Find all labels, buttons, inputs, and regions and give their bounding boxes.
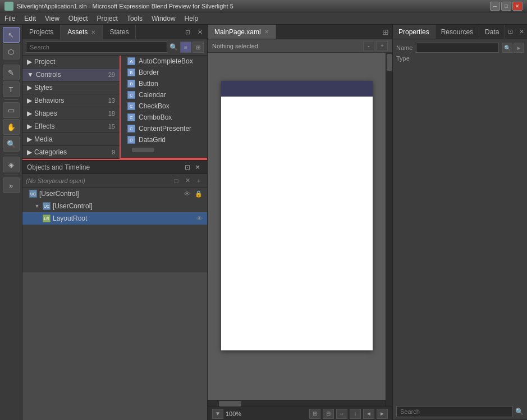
tab-data[interactable]: Data — [479, 25, 505, 39]
menu-object[interactable]: Object — [64, 12, 93, 24]
canvas-vscrollbar[interactable] — [386, 53, 392, 407]
canvas-hscroll-thumb[interactable] — [219, 401, 241, 407]
name-property-row: Name 🔍 ► — [396, 43, 524, 53]
visibility-icon[interactable]: 👁 — [184, 190, 190, 197]
menu-file[interactable]: File — [0, 12, 20, 24]
list-item[interactable]: C Calendar — [121, 89, 207, 101]
list-item[interactable]: B Button — [121, 78, 207, 89]
pen-tool-button[interactable]: ✎ — [3, 65, 20, 80]
right-panel-tabs: Properties Resources Data ⊡ ✕ — [393, 25, 527, 39]
list-item[interactable]: C ComboBox — [121, 112, 207, 123]
zoom-dropdown-btn[interactable]: ▼ — [212, 409, 223, 419]
text-tool-button[interactable]: T — [3, 81, 20, 97]
list-item[interactable]: D DataGrid — [121, 134, 207, 145]
category-media-header[interactable]: ▶ Media — [22, 133, 120, 145]
storyboard-add-btn[interactable]: + — [194, 176, 204, 186]
tab-projects[interactable]: Projects — [22, 25, 61, 39]
design-surface[interactable] — [221, 81, 373, 350]
panel-float-button[interactable]: ⊡ — [182, 27, 193, 37]
menu-edit[interactable]: Edit — [20, 12, 40, 24]
canvas-zoom-out-btn[interactable]: - — [363, 41, 374, 51]
right-panel-float-btn[interactable]: ⊡ — [505, 27, 515, 37]
fit-height-btn[interactable]: ↕ — [350, 409, 361, 419]
canvas-surface — [208, 53, 386, 400]
control-icon: B — [127, 69, 135, 76]
tab-states[interactable]: States — [103, 25, 136, 39]
menu-window[interactable]: Window — [147, 12, 180, 24]
canvas-vscroll-thumb[interactable] — [387, 54, 392, 71]
menu-project[interactable]: Project — [93, 12, 122, 24]
category-styles-header[interactable]: ▶ Styles — [22, 81, 120, 94]
shape-tool-button[interactable]: ▭ — [3, 102, 20, 118]
category-behaviors-header[interactable]: ▶ Behaviors 13 — [22, 94, 120, 107]
canvas-tab-close-icon[interactable]: ✕ — [264, 29, 269, 35]
item-label: Calendar — [139, 91, 166, 99]
fit-width-btn[interactable]: ↔ — [336, 409, 347, 419]
item-label: Button — [139, 80, 158, 88]
category-shapes-header[interactable]: ▶ Shapes 18 — [22, 107, 120, 120]
subselect-tool-button[interactable]: ⬡ — [3, 44, 20, 60]
properties-search-input[interactable] — [396, 406, 513, 417]
list-item[interactable]: A AutoCompleteBox — [121, 56, 207, 67]
panel-close-button[interactable]: ✕ — [195, 27, 205, 37]
layoutroot-icon: LR — [43, 214, 51, 222]
lock-icon[interactable]: 🔒 — [195, 190, 203, 198]
list-view-button[interactable]: ≡ — [180, 42, 191, 53]
name-input[interactable] — [416, 43, 499, 53]
canvas-zoom-in-btn[interactable]: + — [377, 41, 388, 51]
next-btn[interactable]: ► — [377, 409, 388, 419]
category-categories-header[interactable]: ▶ Categories 9 — [22, 146, 120, 158]
category-project: ▶ Project — [22, 56, 120, 69]
select-tool-button[interactable]: ↖ — [3, 27, 20, 43]
search-icon[interactable]: 🔍 — [169, 43, 178, 51]
layoutroot-visibility-icon[interactable]: 👁 — [196, 215, 203, 222]
prev-btn[interactable]: ◄ — [363, 409, 374, 419]
list-item[interactable]: B Border — [121, 67, 207, 78]
category-project-label: Project — [34, 58, 55, 66]
objects-timeline-panel: Objects and Timeline ⊡ ✕ (No Storyboard … — [22, 160, 207, 272]
maximize-button[interactable]: □ — [501, 2, 511, 11]
canvas-pin-icon[interactable]: ⊞ — [382, 28, 389, 36]
name-search-icon-btn[interactable]: 🔍 — [502, 43, 512, 53]
pan-tool-button[interactable]: ✋ — [3, 119, 20, 135]
tab-assets[interactable]: Assets ✕ — [61, 25, 103, 39]
search-input[interactable] — [26, 42, 167, 53]
canvas-tab-mainpage[interactable]: MainPage.xaml ✕ — [208, 25, 276, 39]
close-button[interactable]: ✕ — [512, 2, 523, 11]
grid-view-button[interactable]: ⊞ — [193, 42, 204, 53]
more-tools-button[interactable]: » — [3, 177, 20, 193]
tree-item-usercontrol-root[interactable]: UC [UserControl] 👁 🔒 — [22, 188, 207, 200]
objects-panel-float-btn[interactable]: ⊡ — [182, 162, 193, 172]
right-panel-close-btn[interactable]: ✕ — [516, 27, 526, 37]
category-effects-header[interactable]: ▶ Effects 15 — [22, 120, 120, 133]
assets-tab-close[interactable]: ✕ — [91, 29, 95, 35]
menu-help[interactable]: Help — [180, 12, 203, 24]
tree-item-layoutroot[interactable]: LR LayoutRoot 👁 — [22, 212, 207, 225]
category-project-header[interactable]: ▶ Project — [22, 56, 120, 68]
tree-item-usercontrol[interactable]: ▼ UC [UserControl] — [22, 200, 207, 212]
surface-header-bar — [221, 81, 373, 97]
category-behaviors-toggle: ▶ — [27, 97, 32, 104]
canvas-hscrollbar[interactable] — [208, 400, 386, 407]
menu-tools[interactable]: Tools — [122, 12, 147, 24]
name-nav-icon-btn[interactable]: ► — [514, 43, 524, 53]
objects-panel-close-btn[interactable]: ✕ — [193, 162, 203, 172]
minimize-button[interactable]: ─ — [490, 2, 500, 11]
list-item[interactable]: C CheckBox — [121, 101, 207, 112]
list-scrollbar[interactable] — [132, 148, 154, 152]
tab-properties[interactable]: Properties — [393, 25, 436, 39]
tree-collapse-icon[interactable]: ▼ — [34, 203, 40, 209]
control-icon: C — [127, 125, 135, 133]
zoom-tool-button[interactable]: 🔍 — [3, 136, 20, 152]
grid-icon-btn[interactable]: ⊞ — [309, 409, 320, 419]
menu-view[interactable]: View — [40, 12, 64, 24]
snap-icon-btn[interactable]: ⊟ — [323, 409, 334, 419]
list-item[interactable]: C ContentPresenter — [121, 123, 207, 134]
tab-resources[interactable]: Resources — [436, 25, 479, 39]
eyedropper-tool-button[interactable]: ◈ — [3, 157, 20, 172]
storyboard-collapse-btn[interactable]: □ — [171, 176, 181, 186]
category-controls-header[interactable]: ▼ Controls 29 — [22, 69, 120, 81]
storyboard-x-btn[interactable]: ✕ — [182, 176, 193, 186]
tool-separator-3 — [4, 154, 18, 154]
category-categories-label: Categories — [34, 148, 67, 156]
